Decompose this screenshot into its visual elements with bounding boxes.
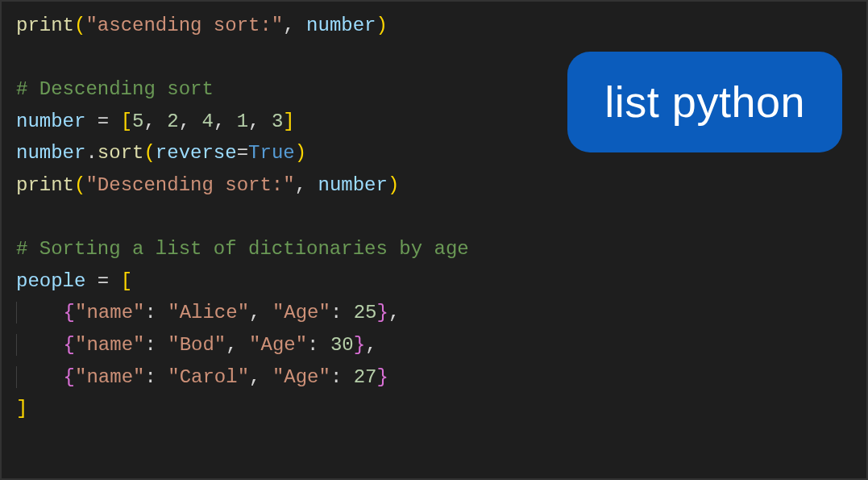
code-line: {"name": "Carol", "Age": 27} xyxy=(16,361,852,394)
token-param: reverse xyxy=(156,142,237,164)
code-line-empty xyxy=(16,202,852,234)
token-variable: people xyxy=(16,270,85,292)
token-function: print xyxy=(16,174,74,196)
token-variable: number xyxy=(306,15,376,36)
token-function: print xyxy=(16,15,74,36)
code-line: # Sorting a list of dictionaries by age xyxy=(16,233,852,265)
token-comment: # Descending sort xyxy=(16,78,214,100)
token-comment: # Sorting a list of dictionaries by age xyxy=(16,238,469,260)
title-badge: list python xyxy=(567,52,842,152)
token-variable: number xyxy=(318,174,387,196)
token-variable: number xyxy=(16,111,85,132)
token-variable: number xyxy=(16,142,85,164)
code-line: print("ascending sort:", number) xyxy=(16,10,852,42)
code-line: people = [ xyxy=(16,265,852,298)
token-function: sort xyxy=(98,142,144,164)
token-string: "ascending sort:" xyxy=(85,15,283,36)
code-line: print("Descending sort:", number) xyxy=(16,169,852,202)
token-constant: True xyxy=(248,142,295,164)
code-line: {"name": "Alice", "Age": 25}, xyxy=(16,297,852,329)
code-line: {"name": "Bod", "Age": 30}, xyxy=(16,329,852,361)
token-string: "Descending sort:" xyxy=(85,174,294,196)
code-line: ] xyxy=(16,393,852,425)
